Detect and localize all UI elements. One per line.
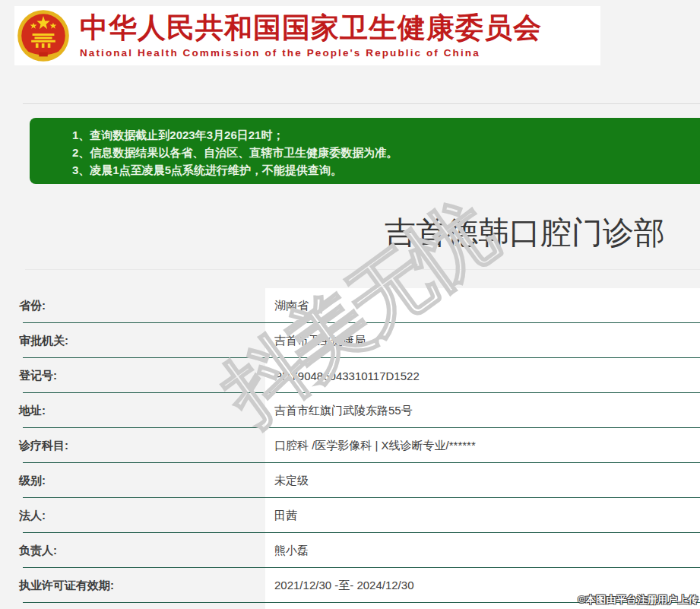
field-label-license-validity: 执业许可证有效期: (0, 568, 265, 603)
notice-line-2: 2、信息数据结果以各省、自治区、直辖市卫生健康委数据为准。 (72, 144, 700, 161)
header-titles: 中华人民共和国国家卫生健康委员会 National Health Commiss… (80, 13, 542, 59)
table-row: 登记号: PDY90486043310117D1522 (0, 358, 700, 393)
table-top-divider (25, 269, 700, 270)
field-value-address: 吉首市红旗门武陵东路55号 (265, 393, 700, 428)
field-value-grade: 未定级 (265, 463, 700, 498)
notice-line-3: 3、凌晨1点至凌晨5点系统进行维护，不能提供查询。 (72, 161, 700, 179)
table-row: 级别: 未定级 (0, 463, 700, 498)
table-row: 审批机关: 吉首市卫生健康局 (0, 323, 700, 358)
table-row: 法人: 田茜 (0, 498, 700, 533)
field-value-legal-person: 田茜 (265, 498, 700, 533)
field-label-approval-authority: 审批机关: (0, 323, 265, 358)
header-title-english: National Health Commission of the People… (80, 47, 542, 59)
header-divider (23, 103, 700, 104)
table-row: 省份: 湖南省 (0, 288, 700, 323)
field-label-empty (0, 603, 265, 609)
field-label-address: 地址: (0, 393, 265, 428)
field-label-registration-number: 登记号: (0, 358, 265, 393)
table-row: 负责人: 熊小磊 (0, 533, 700, 568)
table-row: 诊疗科目: 口腔科 /医学影像科 | X线诊断专业/****** (0, 428, 700, 463)
notice-box: 1、查询数据截止到2023年3月26日21时； 2、信息数据结果以各省、自治区、… (30, 118, 700, 184)
field-label-grade: 级别: (0, 463, 265, 498)
field-value-person-in-charge: 熊小磊 (265, 533, 700, 568)
upload-copyright-note: ©本图由平台注册用户上传 (578, 593, 698, 607)
header-band: 中华人民共和国国家卫生健康委员会 National Health Commiss… (14, 6, 600, 65)
field-value-registration-number: PDY90486043310117D1522 (265, 358, 700, 393)
field-label-clinical-departments: 诊疗科目: (0, 428, 265, 463)
field-label-person-in-charge: 负责人: (0, 533, 265, 568)
field-label-legal-person: 法人: (0, 498, 265, 533)
field-label-province: 省份: (0, 288, 265, 323)
field-value-approval-authority: 吉首市卫生健康局 (265, 323, 700, 358)
institution-detail-table: 省份: 湖南省 审批机关: 吉首市卫生健康局 登记号: PDY904860433… (0, 288, 700, 609)
field-value-clinical-departments: 口腔科 /医学影像科 | X线诊断专业/****** (265, 428, 700, 463)
notice-line-1: 1、查询数据截止到2023年3月26日21时； (72, 126, 700, 144)
field-value-province: 湖南省 (265, 288, 700, 323)
table-row: 地址: 吉首市红旗门武陵东路55号 (0, 393, 700, 428)
china-national-emblem-icon (16, 8, 71, 64)
institution-name-title: 吉首德韩口腔门诊部 (0, 216, 665, 249)
header-title-chinese: 中华人民共和国国家卫生健康委员会 (80, 13, 542, 43)
